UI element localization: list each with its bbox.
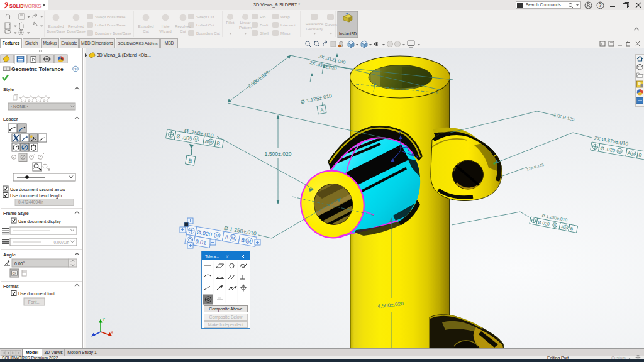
- svg-text:Lofted Boss/Base: Lofted Boss/Base: [95, 23, 126, 27]
- svg-text:0.47244094in: 0.47244094in: [18, 200, 43, 204]
- svg-text:Linear: Linear: [240, 20, 250, 25]
- svg-text:Extruded: Extruded: [48, 24, 64, 28]
- svg-text:Boundary Cut: Boundary Cut: [196, 31, 220, 35]
- svg-text:Intersect: Intersect: [280, 23, 296, 27]
- svg-text:Use document font: Use document font: [18, 292, 55, 296]
- svg-text:Y: Y: [103, 317, 105, 321]
- svg-text:Geometric Tolerance: Geometric Tolerance: [11, 66, 64, 72]
- svg-text:Ø 1.125±.010: Ø 1.125±.010: [300, 92, 333, 105]
- svg-text:Font...: Font...: [28, 300, 40, 304]
- svg-text:Extruded: Extruded: [138, 24, 154, 28]
- svg-text:<NONE>: <NONE>: [11, 104, 28, 109]
- svg-text:Y: Y: [398, 129, 401, 135]
- svg-text:Fillet: Fillet: [226, 20, 234, 25]
- svg-text:M: M: [194, 137, 198, 141]
- svg-text:2.500±.020: 2.500±.020: [247, 69, 271, 89]
- svg-text:12X R.125: 12X R.125: [526, 163, 545, 172]
- svg-text:?: ?: [599, 2, 602, 8]
- svg-text:1.500±.020: 1.500±.020: [265, 151, 292, 157]
- svg-text:Rib: Rib: [260, 14, 266, 19]
- svg-text:17X R.125: 17X R.125: [553, 112, 575, 122]
- svg-text:Curves: Curves: [325, 22, 337, 26]
- svg-text:Format: Format: [3, 283, 19, 289]
- svg-text:Angle: Angle: [3, 252, 16, 258]
- svg-text:X: X: [416, 154, 419, 160]
- svg-text:Boundary Boss/Base: Boundary Boss/Base: [95, 31, 131, 35]
- svg-text:0.0071in: 0.0071in: [53, 240, 69, 244]
- svg-text:Wizard: Wizard: [159, 29, 172, 33]
- svg-text:Swept Cut: Swept Cut: [196, 14, 214, 19]
- svg-text:OX: OX: [13, 272, 17, 275]
- svg-text:Use document bend length: Use document bend length: [10, 194, 62, 199]
- svg-text:Revolved: Revolved: [175, 24, 191, 28]
- svg-text:Hole: Hole: [162, 24, 170, 28]
- svg-text:Instant3D: Instant3D: [339, 31, 357, 36]
- svg-text:Boss/Base: Boss/Base: [67, 29, 86, 33]
- svg-text:A: A: [319, 107, 324, 113]
- svg-text:Revolved: Revolved: [68, 24, 84, 28]
- svg-text:0.00°: 0.00°: [14, 261, 25, 266]
- svg-text:Shell: Shell: [260, 31, 269, 35]
- svg-text:Boss/Base: Boss/Base: [47, 29, 65, 33]
- svg-text:Style: Style: [3, 87, 14, 92]
- svg-text:Geometry: Geometry: [306, 26, 323, 31]
- svg-text:Cut: Cut: [180, 29, 186, 33]
- svg-text:Frame Style: Frame Style: [3, 211, 29, 216]
- svg-text:SOLID: SOLID: [9, 3, 24, 9]
- svg-text:X: X: [111, 331, 113, 334]
- svg-text:Reference: Reference: [306, 21, 324, 26]
- svg-text:WORKS: WORKS: [24, 3, 42, 9]
- svg-text:Use document display: Use document display: [18, 219, 61, 224]
- svg-text:Pattern: Pattern: [239, 25, 252, 30]
- svg-text:Mirror: Mirror: [280, 31, 291, 35]
- svg-text:Swept Boss/Base: Swept Boss/Base: [95, 14, 126, 19]
- svg-text:M: M: [209, 140, 213, 144]
- svg-text:Cut: Cut: [143, 29, 149, 33]
- svg-text:Draft: Draft: [260, 23, 269, 27]
- svg-text:Lofted Cut: Lofted Cut: [196, 23, 214, 27]
- svg-text:?: ?: [74, 67, 77, 72]
- svg-text:Leader: Leader: [3, 116, 18, 122]
- svg-text:Use document second arrow: Use document second arrow: [10, 187, 65, 192]
- svg-text:Wrap: Wrap: [280, 14, 290, 19]
